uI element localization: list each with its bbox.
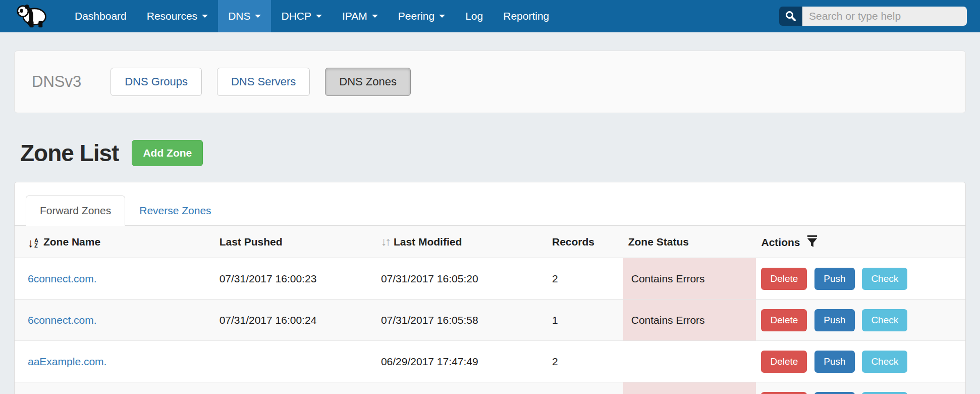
dns-groups-button[interactable]: DNS Groups <box>111 68 202 96</box>
tab-reverse-zones[interactable]: Reverse Zones <box>125 195 225 226</box>
nav-label: IPAM <box>342 10 367 22</box>
delete-button[interactable]: Delete <box>761 268 807 290</box>
page-title: Zone List <box>20 139 119 167</box>
col-label: Last Pushed <box>220 236 283 248</box>
status-badge: Contains Errors <box>623 300 756 341</box>
section-title: DNSv3 <box>32 73 81 91</box>
col-label: Zone Status <box>628 236 689 248</box>
zone-list-panel: Forward Zones Reverse Zones ↓AZZone Name… <box>14 182 966 394</box>
nav-resources[interactable]: Resources <box>137 0 218 32</box>
actions-cell: Delete Push Check <box>756 341 965 382</box>
nav-label: DHCP <box>281 10 311 22</box>
nav-label: DNS <box>228 10 250 22</box>
col-actions: Actions <box>756 226 965 258</box>
col-label: Last Modified <box>394 236 462 248</box>
zone-tabs: Forward Zones Reverse Zones <box>15 195 965 226</box>
nav-peering[interactable]: Peering <box>388 0 455 32</box>
table-row: 6connect.com. 07/31/2017 16:00:23 07/31/… <box>15 258 965 300</box>
push-button[interactable]: Push <box>814 392 854 394</box>
actions-cell: Delete Push Check <box>756 258 965 300</box>
chevron-down-icon <box>316 15 322 18</box>
actions-cell: Delete Push Check <box>756 300 965 341</box>
check-button[interactable]: Check <box>862 351 907 373</box>
col-label: Records <box>552 236 594 248</box>
dns-section-panel: DNSv3 DNS Groups DNS Servers DNS Zones <box>14 51 966 113</box>
nav-label: Peering <box>398 10 434 22</box>
chevron-down-icon <box>372 15 378 18</box>
last-pushed-cell <box>214 341 376 382</box>
last-modified-cell: 07/31/2017 16:05:58 <box>376 300 547 341</box>
nav-dhcp[interactable]: DHCP <box>271 0 332 32</box>
nav-dashboard[interactable]: Dashboard <box>65 0 137 32</box>
status-badge <box>623 382 756 394</box>
zone-link[interactable]: aaExample.com. <box>28 356 106 367</box>
check-button[interactable]: Check <box>862 268 907 290</box>
col-zone-name: ↓AZZone Name <box>15 226 214 258</box>
table-row: Delete Push Check <box>15 382 965 394</box>
delete-button[interactable]: Delete <box>761 309 807 331</box>
actions-cell: Delete Push Check <box>756 382 965 394</box>
table-row: aaExample.com. 06/29/2017 17:47:49 2 Del… <box>15 341 965 382</box>
sort-alpha-asc-icon[interactable]: ↓AZ <box>28 238 38 248</box>
check-button[interactable]: Check <box>862 309 907 331</box>
check-button[interactable]: Check <box>862 392 907 394</box>
nav-log[interactable]: Log <box>455 0 493 32</box>
status-badge: Contains Errors <box>623 258 756 300</box>
sort-icon[interactable]: ↓↑ <box>381 235 390 248</box>
push-button[interactable]: Push <box>814 351 854 373</box>
nav-label: Resources <box>147 10 197 22</box>
last-modified-cell: 06/29/2017 17:47:49 <box>376 341 547 382</box>
top-navbar: Dashboard Resources DNS DHCP IPAM Peerin… <box>0 0 980 32</box>
col-label: Zone Name <box>43 236 100 248</box>
push-button[interactable]: Push <box>814 268 854 290</box>
last-pushed-cell <box>214 382 376 394</box>
col-last-pushed: Last Pushed <box>214 226 376 258</box>
chevron-down-icon <box>439 15 445 18</box>
nav-ipam[interactable]: IPAM <box>332 0 388 32</box>
search-box <box>779 7 967 26</box>
records-cell: 2 <box>547 341 623 382</box>
zones-table: ↓AZZone Name Last Pushed ↓↑Last Modified… <box>15 226 965 394</box>
page-header: Zone List Add Zone <box>20 139 980 167</box>
nav-label: Reporting <box>503 10 549 22</box>
table-header-row: ↓AZZone Name Last Pushed ↓↑Last Modified… <box>15 226 965 258</box>
table-row: 6connect.com. 07/31/2017 16:00:24 07/31/… <box>15 300 965 341</box>
main-nav: Dashboard Resources DNS DHCP IPAM Peerin… <box>65 0 559 32</box>
search-input[interactable] <box>802 7 967 26</box>
nav-label: Log <box>465 10 483 22</box>
dns-servers-button[interactable]: DNS Servers <box>217 68 310 96</box>
col-zone-status: Zone Status <box>623 226 756 258</box>
last-pushed-cell: 07/31/2017 16:00:24 <box>214 300 376 341</box>
tab-forward-zones[interactable]: Forward Zones <box>26 195 125 226</box>
col-records: Records <box>547 226 623 258</box>
last-modified-cell: 07/31/2017 16:05:20 <box>376 258 547 300</box>
last-pushed-cell: 07/31/2017 16:00:23 <box>214 258 376 300</box>
col-last-modified: ↓↑Last Modified <box>376 226 547 258</box>
records-cell: 1 <box>547 300 623 341</box>
status-cell <box>623 341 756 382</box>
push-button[interactable]: Push <box>814 309 854 331</box>
add-zone-button[interactable]: Add Zone <box>132 140 203 166</box>
nav-label: Dashboard <box>75 10 127 22</box>
nav-reporting[interactable]: Reporting <box>493 0 559 32</box>
chevron-down-icon <box>202 15 208 18</box>
records-cell: 2 <box>547 258 623 300</box>
last-modified-cell <box>376 382 547 394</box>
dns-zones-button[interactable]: DNS Zones <box>325 68 411 96</box>
zone-link[interactable]: 6connect.com. <box>28 273 97 284</box>
panda-logo-icon[interactable] <box>16 4 47 29</box>
delete-button[interactable]: Delete <box>761 392 807 394</box>
chevron-down-icon <box>255 15 261 18</box>
zone-link[interactable]: 6connect.com. <box>28 314 97 326</box>
records-cell <box>547 382 623 394</box>
filter-icon[interactable] <box>806 235 819 248</box>
search-icon[interactable] <box>779 7 802 26</box>
nav-dns[interactable]: DNS <box>218 0 271 32</box>
col-label: Actions <box>761 236 800 248</box>
delete-button[interactable]: Delete <box>761 351 807 373</box>
